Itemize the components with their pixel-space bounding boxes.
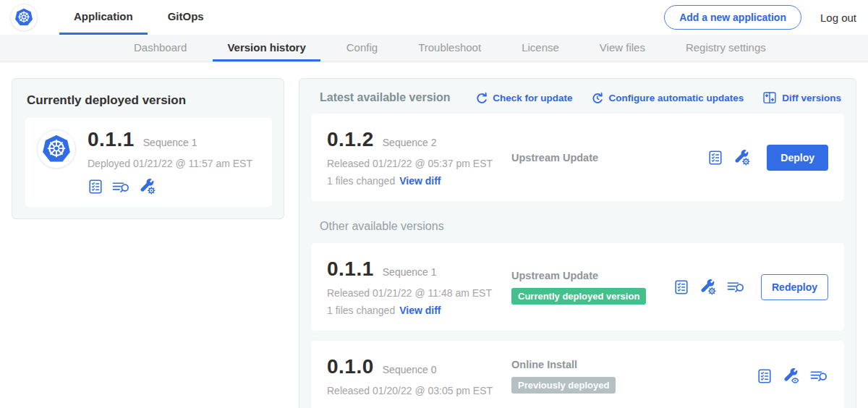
- subtab-config[interactable]: Config: [332, 35, 392, 61]
- preflight-checks-icon[interactable]: [707, 150, 723, 166]
- subtab-dashboard[interactable]: Dashboard: [119, 35, 201, 61]
- deploy-button[interactable]: Deploy: [767, 145, 828, 171]
- top-nav: Application GitOps: [59, 0, 218, 35]
- subtab-registry-settings[interactable]: Registry settings: [671, 35, 780, 61]
- version-number: 0.1.0: [327, 355, 374, 378]
- refresh-icon: [475, 92, 488, 104]
- tab-application[interactable]: Application: [59, 0, 148, 35]
- version-type-label: Upstream Update: [511, 270, 673, 281]
- preflight-checks-icon[interactable]: [88, 179, 103, 195]
- other-versions-title: Other available versions: [320, 220, 844, 233]
- version-type-label: Upstream Update: [511, 152, 707, 163]
- redeploy-button[interactable]: Redeploy: [761, 274, 828, 300]
- sequence-label: Sequence 1: [383, 266, 437, 278]
- version-number: 0.1.2: [327, 128, 374, 151]
- subtab-version-history[interactable]: Version history: [213, 35, 320, 61]
- subtab-view-files[interactable]: View files: [585, 35, 660, 61]
- version-row-0-1-1: 0.1.1 Sequence 1 Released 01/21/22 @ 11:…: [311, 243, 844, 331]
- deployed-version-number: 0.1.1: [88, 128, 135, 151]
- app-icon-badge: [37, 129, 76, 169]
- schedule-update-icon: [591, 92, 603, 104]
- edit-config-icon[interactable]: [733, 149, 751, 166]
- version-history-panel: Latest available version Check for updat…: [299, 78, 856, 408]
- kubernetes-icon: [14, 7, 34, 27]
- deployed-version-card: 0.1.1 Sequence 1 Deployed 01/21/22 @ 11:…: [25, 118, 272, 207]
- latest-version-title: Latest available version: [320, 91, 451, 104]
- deployed-panel-title: Currently deployed version: [27, 93, 272, 108]
- tab-gitops[interactable]: GitOps: [153, 0, 218, 35]
- diff-icon: [762, 90, 777, 105]
- version-number: 0.1.1: [327, 258, 374, 281]
- configure-automatic-updates-link[interactable]: Configure automatic updates: [591, 92, 744, 104]
- diff-versions-link[interactable]: Diff versions: [762, 90, 841, 105]
- subtab-troubleshoot[interactable]: Troubleshoot: [404, 35, 495, 61]
- check-for-update-link[interactable]: Check for update: [475, 92, 572, 104]
- deployed-timestamp: Deployed 01/21/22 @ 11:57 am EST: [88, 158, 252, 169]
- released-timestamp: Released 01/20/22 @ 03:05 pm EST: [327, 385, 511, 396]
- view-diff-link[interactable]: View diff: [399, 175, 441, 187]
- sequence-label: Sequence 0: [383, 364, 437, 375]
- released-timestamp: Released 01/21/22 @ 11:48 am EST: [327, 287, 511, 299]
- preflight-checks-icon[interactable]: [673, 279, 689, 295]
- kubernetes-icon: [41, 133, 72, 165]
- deploy-logs-icon[interactable]: [810, 368, 828, 383]
- version-type-label: Online Install: [511, 359, 757, 370]
- subtab-license[interactable]: License: [507, 35, 574, 61]
- sequence-label: Sequence 2: [383, 137, 437, 148]
- currently-deployed-panel: Currently deployed version 0.1.1 Sequenc…: [12, 78, 284, 219]
- deployed-sequence: Sequence 1: [143, 137, 197, 148]
- released-timestamp: Released 01/21/22 @ 05:37 pm EST: [327, 158, 511, 169]
- version-row-0-1-0: 0.1.0 Sequence 0 Released 01/20/22 @ 03:…: [311, 341, 844, 408]
- deploy-logs-icon[interactable]: [112, 179, 130, 195]
- top-bar: Application GitOps Add a new application…: [0, 0, 868, 35]
- edit-config-icon[interactable]: [139, 178, 156, 195]
- currently-deployed-badge: Currently deployed version: [511, 288, 646, 305]
- view-config-icon[interactable]: [783, 367, 800, 385]
- logout-link[interactable]: Log out: [820, 12, 856, 24]
- files-changed-label: 1 files changed: [327, 175, 395, 187]
- add-application-button[interactable]: Add a new application: [664, 5, 801, 30]
- files-changed-label: 1 files changed: [327, 305, 395, 316]
- previously-deployed-badge: Previously deployed: [511, 377, 616, 394]
- app-subnav: Dashboard Version history Config Trouble…: [0, 35, 868, 62]
- version-row-0-1-2: 0.1.2 Sequence 2 Released 01/21/22 @ 05:…: [311, 114, 844, 201]
- view-diff-link[interactable]: View diff: [399, 305, 441, 316]
- main-content: Currently deployed version 0.1.1 Sequenc…: [0, 62, 868, 408]
- kubernetes-logo: [10, 4, 38, 31]
- preflight-checks-icon[interactable]: [757, 368, 773, 384]
- deploy-logs-icon[interactable]: [727, 279, 745, 294]
- edit-config-icon[interactable]: [699, 279, 717, 296]
- topbar-right: Add a new application Log out: [664, 0, 856, 35]
